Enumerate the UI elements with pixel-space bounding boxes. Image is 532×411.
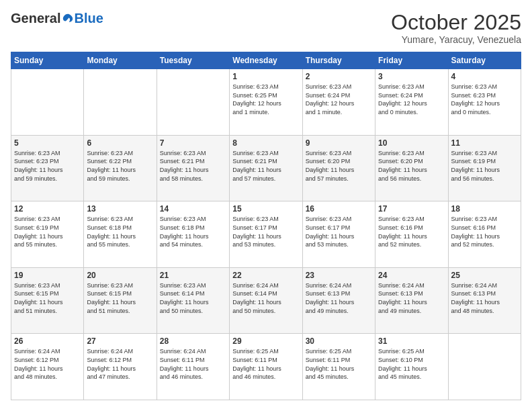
day-info: Sunrise: 6:23 AM Sunset: 6:16 PM Dayligh… — [378, 215, 445, 248]
table-row: 3Sunrise: 6:23 AM Sunset: 6:24 PM Daylig… — [375, 69, 448, 136]
table-row: 24Sunrise: 6:24 AM Sunset: 6:13 PM Dayli… — [375, 267, 448, 334]
location-subtitle: Yumare, Yaracuy, Venezuela — [391, 34, 521, 45]
table-row: 14Sunrise: 6:23 AM Sunset: 6:18 PM Dayli… — [157, 201, 229, 268]
table-row — [84, 69, 157, 136]
day-number: 7 — [160, 138, 226, 148]
day-number: 16 — [306, 204, 372, 214]
day-number: 4 — [451, 72, 518, 81]
table-row: 4Sunrise: 6:23 AM Sunset: 6:23 PM Daylig… — [448, 69, 521, 136]
logo-general: General — [11, 11, 60, 26]
logo: General Blue — [11, 11, 103, 26]
table-row: 28Sunrise: 6:24 AM Sunset: 6:11 PM Dayli… — [157, 334, 229, 400]
table-row: 10Sunrise: 6:23 AM Sunset: 6:20 PM Dayli… — [375, 135, 448, 201]
day-number: 13 — [87, 204, 153, 214]
day-number: 12 — [14, 204, 81, 214]
table-row: 22Sunrise: 6:24 AM Sunset: 6:14 PM Dayli… — [230, 267, 302, 334]
day-number: 6 — [87, 138, 153, 148]
col-saturday: Saturday — [448, 52, 521, 69]
day-info: Sunrise: 6:23 AM Sunset: 6:16 PM Dayligh… — [451, 215, 518, 248]
day-info: Sunrise: 6:24 AM Sunset: 6:13 PM Dayligh… — [378, 281, 445, 315]
day-info: Sunrise: 6:24 AM Sunset: 6:14 PM Dayligh… — [232, 281, 299, 315]
day-number: 28 — [160, 336, 226, 346]
day-number: 9 — [306, 138, 372, 148]
table-row: 5Sunrise: 6:23 AM Sunset: 6:23 PM Daylig… — [11, 135, 84, 201]
day-number: 8 — [232, 138, 299, 148]
table-row — [448, 334, 521, 400]
day-info: Sunrise: 6:23 AM Sunset: 6:14 PM Dayligh… — [160, 281, 226, 315]
day-info: Sunrise: 6:24 AM Sunset: 6:12 PM Dayligh… — [14, 347, 81, 381]
header: General Blue October 2025 Yumare, Yaracu… — [11, 11, 521, 45]
day-info: Sunrise: 6:23 AM Sunset: 6:25 PM Dayligh… — [232, 83, 299, 116]
table-row — [157, 69, 229, 136]
col-friday: Friday — [375, 52, 448, 69]
calendar-week-row: 19Sunrise: 6:23 AM Sunset: 6:15 PM Dayli… — [11, 267, 521, 334]
day-number: 31 — [378, 336, 445, 346]
table-row: 19Sunrise: 6:23 AM Sunset: 6:15 PM Dayli… — [11, 267, 84, 334]
day-info: Sunrise: 6:24 AM Sunset: 6:13 PM Dayligh… — [451, 281, 518, 315]
table-row: 6Sunrise: 6:23 AM Sunset: 6:22 PM Daylig… — [84, 135, 157, 201]
day-number: 30 — [306, 336, 372, 346]
day-info: Sunrise: 6:24 AM Sunset: 6:12 PM Dayligh… — [87, 347, 153, 381]
table-row: 20Sunrise: 6:23 AM Sunset: 6:15 PM Dayli… — [84, 267, 157, 334]
title-section: October 2025 Yumare, Yaracuy, Venezuela — [391, 11, 521, 45]
calendar-week-row: 12Sunrise: 6:23 AM Sunset: 6:19 PM Dayli… — [11, 201, 521, 268]
day-info: Sunrise: 6:24 AM Sunset: 6:13 PM Dayligh… — [306, 281, 372, 315]
day-info: Sunrise: 6:23 AM Sunset: 6:21 PM Dayligh… — [160, 149, 226, 183]
day-info: Sunrise: 6:23 AM Sunset: 6:21 PM Dayligh… — [232, 149, 299, 183]
col-wednesday: Wednesday — [230, 52, 302, 69]
table-row: 7Sunrise: 6:23 AM Sunset: 6:21 PM Daylig… — [157, 135, 229, 201]
day-info: Sunrise: 6:23 AM Sunset: 6:22 PM Dayligh… — [87, 149, 153, 183]
day-info: Sunrise: 6:23 AM Sunset: 6:15 PM Dayligh… — [14, 281, 81, 315]
logo-text: General Blue — [11, 11, 103, 26]
table-row: 11Sunrise: 6:23 AM Sunset: 6:19 PM Dayli… — [448, 135, 521, 201]
day-number: 21 — [160, 271, 226, 280]
col-sunday: Sunday — [11, 52, 84, 69]
calendar-header-row: Sunday Monday Tuesday Wednesday Thursday… — [11, 52, 521, 69]
day-info: Sunrise: 6:23 AM Sunset: 6:17 PM Dayligh… — [306, 215, 372, 248]
table-row: 13Sunrise: 6:23 AM Sunset: 6:18 PM Dayli… — [84, 201, 157, 268]
table-row: 30Sunrise: 6:25 AM Sunset: 6:11 PM Dayli… — [302, 334, 375, 400]
calendar-week-row: 1Sunrise: 6:23 AM Sunset: 6:25 PM Daylig… — [11, 69, 521, 136]
day-number: 11 — [451, 138, 518, 148]
logo-bird-icon — [62, 13, 74, 25]
calendar-week-row: 5Sunrise: 6:23 AM Sunset: 6:23 PM Daylig… — [11, 135, 521, 201]
day-number: 23 — [306, 271, 372, 280]
day-number: 15 — [232, 204, 299, 214]
day-number: 27 — [87, 336, 153, 346]
day-number: 18 — [451, 204, 518, 214]
day-number: 26 — [14, 336, 81, 346]
day-number: 20 — [87, 271, 153, 280]
day-number: 14 — [160, 204, 226, 214]
day-number: 19 — [14, 271, 81, 280]
day-number: 22 — [232, 271, 299, 280]
table-row: 29Sunrise: 6:25 AM Sunset: 6:11 PM Dayli… — [230, 334, 302, 400]
day-number: 10 — [378, 138, 445, 148]
table-row: 15Sunrise: 6:23 AM Sunset: 6:17 PM Dayli… — [230, 201, 302, 268]
table-row: 9Sunrise: 6:23 AM Sunset: 6:20 PM Daylig… — [302, 135, 375, 201]
table-row: 18Sunrise: 6:23 AM Sunset: 6:16 PM Dayli… — [448, 201, 521, 268]
day-number: 1 — [232, 72, 299, 81]
day-number: 25 — [451, 271, 518, 280]
day-info: Sunrise: 6:23 AM Sunset: 6:20 PM Dayligh… — [306, 149, 372, 183]
table-row: 17Sunrise: 6:23 AM Sunset: 6:16 PM Dayli… — [375, 201, 448, 268]
day-info: Sunrise: 6:23 AM Sunset: 6:19 PM Dayligh… — [451, 149, 518, 183]
calendar-week-row: 26Sunrise: 6:24 AM Sunset: 6:12 PM Dayli… — [11, 334, 521, 400]
table-row: 25Sunrise: 6:24 AM Sunset: 6:13 PM Dayli… — [448, 267, 521, 334]
day-info: Sunrise: 6:25 AM Sunset: 6:11 PM Dayligh… — [232, 347, 299, 381]
table-row: 16Sunrise: 6:23 AM Sunset: 6:17 PM Dayli… — [302, 201, 375, 268]
col-thursday: Thursday — [302, 52, 375, 69]
day-number: 3 — [378, 72, 445, 81]
calendar-table: Sunday Monday Tuesday Wednesday Thursday… — [11, 52, 521, 400]
table-row: 8Sunrise: 6:23 AM Sunset: 6:21 PM Daylig… — [230, 135, 302, 201]
day-info: Sunrise: 6:23 AM Sunset: 6:20 PM Dayligh… — [378, 149, 445, 183]
day-number: 5 — [14, 138, 81, 148]
day-info: Sunrise: 6:25 AM Sunset: 6:11 PM Dayligh… — [306, 347, 372, 381]
day-info: Sunrise: 6:25 AM Sunset: 6:10 PM Dayligh… — [378, 347, 445, 381]
day-info: Sunrise: 6:23 AM Sunset: 6:24 PM Dayligh… — [378, 83, 445, 116]
table-row: 27Sunrise: 6:24 AM Sunset: 6:12 PM Dayli… — [84, 334, 157, 400]
table-row: 2Sunrise: 6:23 AM Sunset: 6:24 PM Daylig… — [302, 69, 375, 136]
table-row: 12Sunrise: 6:23 AM Sunset: 6:19 PM Dayli… — [11, 201, 84, 268]
day-info: Sunrise: 6:23 AM Sunset: 6:23 PM Dayligh… — [14, 149, 81, 183]
day-number: 2 — [306, 72, 372, 81]
day-info: Sunrise: 6:23 AM Sunset: 6:18 PM Dayligh… — [160, 215, 226, 248]
